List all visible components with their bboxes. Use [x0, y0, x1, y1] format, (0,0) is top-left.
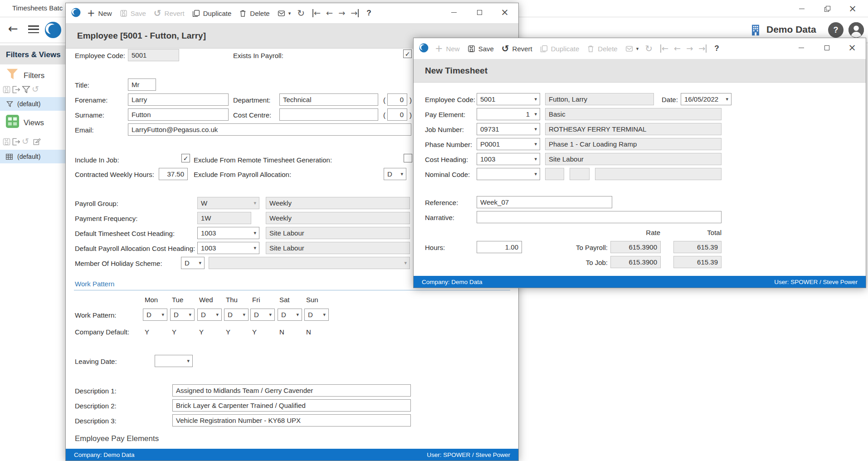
department-field[interactable]: Technical	[279, 93, 378, 106]
caret-down-icon: ▾	[161, 312, 164, 318]
work-pattern-link[interactable]: Work Pattern	[75, 280, 114, 288]
prev-record-button[interactable]: ←	[326, 9, 333, 17]
save-view-icon[interactable]	[2, 137, 11, 146]
restore-icon[interactable]	[814, 0, 840, 17]
department-label: Department:	[233, 96, 271, 104]
menu-icon[interactable]	[28, 25, 39, 33]
surname-field[interactable]: Futton	[128, 108, 229, 121]
save-button[interactable]: Save	[468, 45, 494, 53]
send-button[interactable]: ▾	[278, 10, 291, 17]
new-button[interactable]: + New	[87, 9, 112, 18]
refresh-button[interactable]: ↻	[297, 9, 305, 18]
help-button[interactable]: ?	[366, 9, 371, 18]
caret-down-icon: ▾	[534, 141, 537, 147]
description3-field[interactable]: Vehicle Registration Number - KY68 UPX	[172, 414, 411, 427]
app-logo-icon	[419, 43, 429, 54]
title-field[interactable]: Mr	[128, 78, 156, 91]
help-icon[interactable]: ?	[828, 22, 844, 38]
exclude-alloc-dropdown[interactable]: D ▾	[384, 168, 406, 180]
export-view-icon[interactable]	[12, 137, 20, 146]
duplicate-button[interactable]: Duplicate	[540, 45, 580, 53]
ts-phase-number-dropdown[interactable]: P0001 ▾	[477, 138, 540, 150]
prev-record-button[interactable]: ←	[674, 44, 681, 53]
last-record-button[interactable]: →	[351, 9, 359, 17]
description1-field[interactable]: Assigned to Midlands Team / Gerry Cavend…	[172, 384, 411, 397]
work-pattern-dropdown-mon[interactable]: D▾	[143, 309, 167, 321]
minimize-icon[interactable]	[441, 3, 467, 21]
include-in-job-checkbox[interactable]: ✓	[181, 154, 190, 162]
ts-reference-field[interactable]: Week_07	[477, 196, 612, 208]
work-pattern-divider	[74, 290, 510, 290]
maximize-icon[interactable]	[814, 38, 839, 57]
close-icon[interactable]: ×	[840, 0, 865, 17]
leaving-date-dropdown[interactable]: ▾	[155, 355, 193, 367]
work-pattern-dropdown-sun[interactable]: D▾	[304, 309, 329, 321]
ts-narrative-field[interactable]	[477, 211, 722, 223]
undo-view-icon[interactable]: ↺	[22, 137, 29, 146]
save-filter-icon[interactable]	[2, 85, 11, 94]
ts-hours-field[interactable]: 1.00	[477, 241, 522, 253]
back-icon[interactable]: ←	[8, 23, 18, 34]
filter-outline-icon[interactable]	[22, 85, 30, 94]
undo-filter-icon[interactable]: ↺	[32, 85, 39, 93]
ts-cost-heading-dropdown[interactable]: 1003 ▾	[477, 153, 540, 165]
delete-button[interactable]: Delete	[239, 10, 269, 17]
work-pattern-dropdown-thu[interactable]: D▾	[224, 309, 249, 321]
holiday-scheme-dropdown[interactable]: D ▾	[181, 257, 205, 269]
next-record-icon: →	[686, 44, 693, 53]
maximize-icon[interactable]	[467, 3, 492, 21]
default-ts-cost-heading-dropdown[interactable]: 1003 ▾	[197, 227, 259, 239]
cost-centre-field[interactable]	[279, 108, 378, 121]
delete-button[interactable]: Delete	[587, 45, 617, 53]
check-icon: ✓	[183, 155, 189, 162]
caret-down-icon: ▾	[189, 312, 191, 318]
exclude-remote-checkbox[interactable]	[404, 154, 412, 162]
revert-icon: ↺	[154, 9, 161, 18]
close-icon[interactable]: ×	[839, 38, 865, 57]
ts-job-number-dropdown[interactable]: 09731 ▾	[477, 123, 540, 135]
description2-field[interactable]: Brick Layer & Carpenter Trained / Qualif…	[172, 399, 411, 412]
duplicate-button[interactable]: Duplicate	[192, 10, 232, 17]
timesheet-statusbar: Company: Demo Data User: SPOWER / Steve …	[414, 276, 866, 288]
default-alloc-cost-heading-dropdown[interactable]: 1003 ▾	[197, 242, 259, 254]
close-icon[interactable]: ×	[492, 3, 517, 21]
minimize-icon[interactable]	[789, 0, 814, 17]
ts-cost-heading-desc: Site Labour	[545, 153, 722, 165]
first-record-button[interactable]: ←	[660, 44, 668, 53]
work-pattern-dropdown-sat[interactable]: D▾	[278, 309, 302, 321]
ts-pay-element-desc: Basic	[545, 108, 722, 120]
sidebar-filters-label[interactable]: Filters	[24, 71, 44, 80]
forename-field[interactable]: Larry	[128, 93, 229, 106]
caret-down-icon: ▾	[534, 156, 537, 162]
ts-nominal-code-dropdown[interactable]: ▾	[477, 168, 540, 180]
exists-in-payroll-checkbox[interactable]: ✓	[403, 49, 412, 58]
ts-pay-element-dropdown[interactable]: 1 ▾	[477, 108, 540, 120]
user-icon[interactable]	[848, 22, 864, 38]
refresh-button[interactable]: ↻	[645, 44, 653, 53]
ts-employee-code-dropdown[interactable]: 5001 ▾	[477, 93, 540, 105]
minimize-icon[interactable]	[789, 38, 814, 57]
next-record-button[interactable]: →	[686, 44, 693, 53]
revert-button[interactable]: ↺ Revert	[154, 9, 185, 18]
export-filter-icon[interactable]	[12, 85, 20, 94]
work-pattern-dropdown-wed[interactable]: D▾	[197, 309, 222, 321]
work-pattern-dropdown-fri[interactable]: D▾	[250, 309, 275, 321]
last-record-button[interactable]: →	[698, 44, 707, 53]
ts-date-dropdown[interactable]: 16/05/2022 ▾	[681, 93, 731, 105]
revert-button[interactable]: ↺ Revert	[502, 44, 532, 53]
first-record-button[interactable]: ←	[312, 9, 321, 17]
new-button[interactable]: + New	[435, 44, 460, 54]
description3-label: Description 3:	[75, 417, 117, 425]
sidebar-views-label[interactable]: Views	[24, 118, 44, 128]
work-pattern-dropdown-tue[interactable]: D▾	[170, 309, 195, 321]
statusbar-user: User: SPOWER / Steve Power	[774, 279, 858, 285]
cost-centre-count-field: 0	[387, 108, 407, 121]
help-button[interactable]: ?	[714, 44, 719, 53]
contracted-hours-field[interactable]: 37.50	[159, 168, 188, 180]
save-button[interactable]: Save	[120, 10, 146, 17]
company-default-value: Y	[226, 328, 230, 336]
edit-view-icon[interactable]	[33, 137, 41, 146]
email-field[interactable]: LarryFutton@Pegasus.co.uk	[128, 123, 411, 136]
send-button[interactable]: ▾	[625, 45, 639, 53]
next-record-button[interactable]: →	[338, 9, 345, 17]
